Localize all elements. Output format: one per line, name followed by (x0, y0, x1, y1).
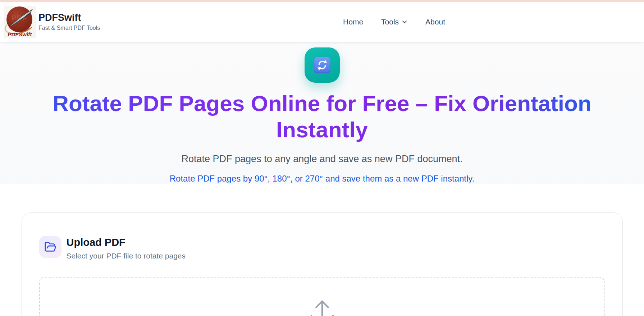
brand-name: PDFSwift (38, 13, 100, 23)
file-dropzone[interactable] (39, 277, 605, 316)
folder-open-icon (39, 236, 61, 258)
hero-section: Rotate PDF Pages Online for Free – Fix O… (0, 42, 644, 184)
nav-tools-label: Tools (381, 18, 399, 26)
brand-logo[interactable]: PDF PDFSwift (4, 6, 36, 38)
logo-wordmark-text: PDFSwift (4, 31, 36, 37)
chevron-down-icon (402, 19, 407, 25)
page-title: Rotate PDF Pages Online for Free – Fix O… (22, 91, 623, 143)
upload-icon (308, 298, 337, 316)
nav-item-home[interactable]: Home (343, 18, 363, 26)
hero-subtitle: Rotate PDF pages to any angle and save a… (0, 154, 644, 165)
main-nav: Home Tools About (343, 18, 445, 26)
brand-tagline: Fast & Smart PDF Tools (38, 25, 100, 31)
site-header: PDF PDFSwift PDFSwift Fast & Smart PDF T… (0, 2, 644, 42)
brand-text: PDFSwift Fast & Smart PDF Tools (38, 13, 100, 31)
upload-card: Upload PDF Select your PDF file to rotat… (22, 212, 623, 316)
nav-home-label: Home (343, 18, 363, 26)
hero-badge (305, 47, 340, 83)
nav-item-about[interactable]: About (425, 18, 445, 26)
nav-about-label: About (425, 18, 445, 26)
upload-card-title: Upload PDF (67, 237, 186, 248)
upload-card-titles: Upload PDF Select your PDF file to rotat… (67, 236, 186, 260)
rotate-icon (314, 57, 330, 73)
upload-card-subtitle: Select your PDF file to rotate pages (67, 252, 186, 260)
hero-description: Rotate PDF pages by 90°, 180°, or 270° a… (0, 174, 644, 184)
nav-item-tools[interactable]: Tools (381, 18, 407, 26)
upload-card-header: Upload PDF Select your PDF file to rotat… (39, 236, 605, 260)
